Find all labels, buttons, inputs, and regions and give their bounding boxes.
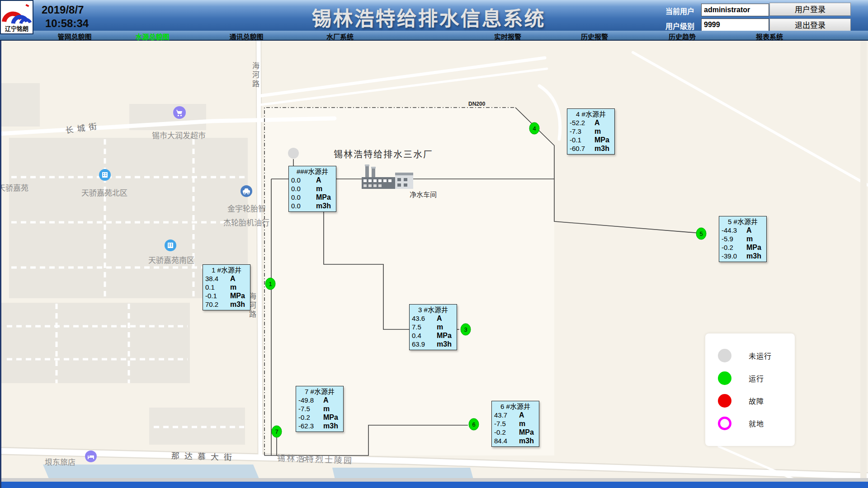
nav-item-5[interactable]: 实时报警 bbox=[494, 32, 521, 41]
current-user-input[interactable] bbox=[701, 4, 769, 16]
place-label-tire-shop-1: 金宇轮胎智 bbox=[227, 202, 266, 214]
well-measurement-row: -7.5m bbox=[492, 419, 539, 428]
well-box-6: 6 #水源井43.7A-7.5m-0.2MPa84.4m3h bbox=[491, 401, 539, 447]
current-time: 10:58:34 bbox=[45, 17, 89, 30]
well-measurement-row: 70.2m3h bbox=[203, 300, 250, 309]
well-unit: MPa bbox=[230, 291, 245, 300]
plant-title: 锡林浩特给排水三水厂 bbox=[334, 147, 433, 160]
well-unit: A bbox=[437, 314, 442, 323]
well-measurement-row: 84.4m3h bbox=[492, 436, 539, 445]
well-box-title: 6 #水源井 bbox=[492, 402, 539, 411]
supermarket-icon[interactable] bbox=[172, 105, 187, 120]
well-unit: A bbox=[594, 118, 600, 127]
well-unit: m bbox=[519, 419, 525, 428]
well-unit: A bbox=[323, 396, 329, 404]
well-unit: m3h bbox=[230, 300, 245, 309]
user-level-label: 用户级别 bbox=[665, 20, 702, 31]
place-label-supermarket: 锡市大润发超市 bbox=[152, 129, 206, 141]
well-value: 0.0 bbox=[291, 202, 316, 210]
well-value: -0.1 bbox=[205, 291, 230, 300]
well-value: 43.6 bbox=[412, 314, 437, 323]
well-unit: MPa bbox=[437, 331, 452, 340]
well-value: -39.0 bbox=[722, 252, 746, 260]
map-blocks bbox=[1, 83, 248, 445]
bottom-bar bbox=[1, 482, 868, 488]
well-box-title: 5 #水源井 bbox=[719, 217, 766, 226]
legend-label: 未运行 bbox=[749, 350, 772, 361]
tire-shop-icon[interactable] bbox=[240, 185, 253, 197]
logout-button[interactable]: 退出登录 bbox=[769, 19, 851, 32]
user-level-input[interactable] bbox=[701, 19, 769, 31]
bottom-divider bbox=[1, 478, 868, 482]
well-box-1: 1 #水源井38.4A0.1m-0.1MPa70.2m3h bbox=[203, 264, 250, 310]
nav-item-6[interactable]: 历史报警 bbox=[581, 32, 608, 41]
well-unit: MPa bbox=[316, 193, 331, 202]
well-box-title: 3 #水源井 bbox=[410, 305, 457, 314]
nav-item-1[interactable]: 管网总貌图 bbox=[57, 32, 91, 41]
residence-south-icon[interactable] bbox=[164, 239, 177, 252]
well-measurement-row: -0.1MPa bbox=[203, 291, 250, 300]
map-area[interactable]: DN200 134567 长城街 海河路 海河路 那达慕大街 锡市大润发超市 bbox=[0, 41, 868, 488]
current-user-label: 当前用户 bbox=[665, 5, 702, 16]
well-box-3: 3 #水源井43.6A7.5m0.4MPa63.9m3h bbox=[409, 304, 457, 350]
well-measurement-row: -0.2MPa bbox=[492, 428, 539, 436]
legend-swatch-local bbox=[718, 417, 731, 430]
well-marker-number: 5 bbox=[699, 230, 703, 237]
well-measurement-row: -5.9m bbox=[719, 235, 766, 243]
well-unit: m bbox=[594, 127, 601, 136]
well-marker-xxx[interactable] bbox=[288, 148, 299, 159]
well-value: -5.9 bbox=[722, 235, 746, 243]
well-value: 0.0 bbox=[291, 176, 316, 184]
well-box-title: 7 #水源井 bbox=[296, 387, 343, 396]
residence-north-icon[interactable] bbox=[99, 169, 111, 181]
well-measurement-row: 0.0m3h bbox=[289, 202, 336, 210]
well-unit: m bbox=[323, 404, 330, 413]
place-label-hotel: 垠东旅店 bbox=[45, 456, 75, 467]
well-marker-number: 3 bbox=[464, 326, 467, 333]
legend-swatch-running bbox=[718, 371, 731, 385]
well-value: 0.0 bbox=[291, 184, 316, 193]
nav-item-3[interactable]: 通讯总貌图 bbox=[229, 32, 263, 41]
well-unit: m3h bbox=[519, 436, 534, 445]
well-measurement-row: -60.7m3h bbox=[567, 144, 614, 153]
well-value: -60.7 bbox=[570, 144, 594, 153]
login-button[interactable]: 用户登录 bbox=[769, 3, 851, 16]
well-value: -52.2 bbox=[570, 118, 594, 127]
well-unit: m bbox=[316, 184, 322, 193]
well-measurement-row: 63.9m3h bbox=[410, 340, 457, 348]
well-value: 84.4 bbox=[494, 436, 519, 445]
nav-item-2[interactable]: 水源总貌图 bbox=[135, 32, 169, 41]
legend-swatch-fault bbox=[718, 394, 731, 408]
well-value: -0.2 bbox=[494, 428, 519, 436]
well-measurement-row: 0.0MPa bbox=[289, 193, 336, 202]
well-marker-number: 4 bbox=[533, 125, 536, 132]
well-value: -44.3 bbox=[722, 226, 746, 235]
legend-swatch-not_running bbox=[718, 349, 731, 362]
legend-item-not_running: 未运行 bbox=[705, 344, 795, 367]
nav-item-7[interactable]: 历史趋势 bbox=[669, 32, 696, 41]
current-date: 2019/8/7 bbox=[42, 4, 84, 16]
hotel-icon[interactable] bbox=[85, 450, 97, 463]
app-title: 锡林浩特给排水信息系统 bbox=[312, 3, 546, 32]
legend-label: 运行 bbox=[749, 373, 764, 384]
well-value: -0.2 bbox=[298, 413, 323, 422]
place-label-tianjiao-south: 天骄嘉苑南区 bbox=[148, 254, 194, 265]
nav-item-4[interactable]: 水厂系统 bbox=[326, 32, 354, 41]
well-unit: MPa bbox=[594, 136, 609, 144]
well-marker-number: 1 bbox=[269, 281, 272, 287]
street-label-nadamu: 那达慕大街 bbox=[171, 449, 237, 463]
well-value: -0.2 bbox=[722, 243, 746, 252]
well-unit: m3h bbox=[594, 144, 609, 153]
legend-item-local: 就地 bbox=[705, 412, 795, 435]
well-value: -49.8 bbox=[298, 396, 323, 404]
well-marker-number: 7 bbox=[275, 428, 278, 435]
well-box-4: 4 #水源井-52.2A-7.3m-0.1MPa-60.7m3h bbox=[567, 108, 615, 155]
nav-item-8[interactable]: 报表系统 bbox=[756, 32, 783, 41]
well-unit: MPa bbox=[323, 413, 338, 422]
legend-label: 故障 bbox=[749, 395, 764, 406]
well-value: 7.5 bbox=[412, 323, 437, 331]
well-unit: A bbox=[519, 411, 524, 419]
well-measurement-row: 38.4A bbox=[203, 274, 250, 283]
well-value: -7.5 bbox=[494, 419, 519, 428]
company-logo: 辽宁铭朗 bbox=[0, 0, 33, 34]
